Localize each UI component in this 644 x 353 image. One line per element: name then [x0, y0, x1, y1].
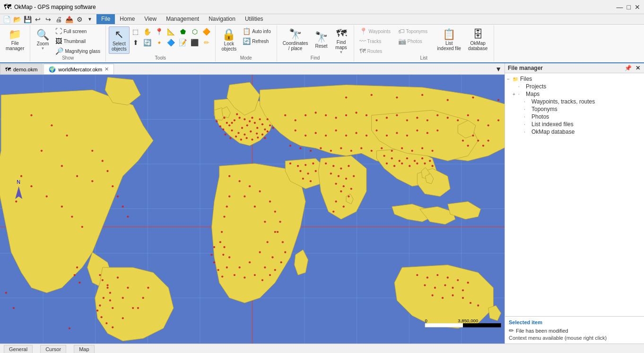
routes-btn[interactable]: 🗺 Routes	[357, 46, 395, 56]
tool-move[interactable]: ⬆	[130, 37, 141, 48]
svg-point-172	[431, 150, 433, 152]
waypoints-btn[interactable]: 📍 Waypoints	[357, 26, 395, 36]
qa-redo-btn[interactable]: ↪	[44, 15, 53, 24]
menu-file[interactable]: File	[96, 14, 115, 24]
thumbnail-btn[interactable]: 🖼 Thumbnail	[53, 36, 102, 46]
menu-utilities[interactable]: Utilities	[240, 14, 268, 24]
svg-point-260	[421, 94, 423, 96]
svg-point-109	[244, 196, 245, 198]
status-tab-general[interactable]: General	[4, 345, 33, 353]
svg-point-30	[254, 122, 256, 124]
svg-point-133	[416, 117, 418, 119]
tool-color[interactable]: 🔷	[165, 37, 177, 48]
qa-settings-btn[interactable]: ⚙	[75, 15, 84, 24]
map-svg: 0 3,850,000 N	[0, 75, 505, 344]
okmap-database-btn[interactable]: 🗄 OkMapdatabase	[465, 26, 491, 54]
tool-pan[interactable]: ✋	[142, 26, 153, 37]
svg-point-146	[325, 135, 327, 137]
maximize-btn[interactable]: □	[627, 3, 631, 11]
svg-point-59	[30, 114, 32, 116]
qa-more-btn[interactable]: ▼	[85, 15, 95, 24]
tree-item-okmap-db[interactable]: · OkMap database	[505, 128, 644, 136]
tool-edit[interactable]: 🔸	[154, 37, 165, 48]
qa-save-btn[interactable]: 💾	[23, 15, 32, 24]
svg-point-221	[452, 287, 453, 289]
close-btn[interactable]: ✕	[635, 3, 640, 11]
status-tab-map[interactable]: Map	[74, 345, 94, 353]
svg-point-206	[393, 165, 395, 167]
svg-point-58	[264, 137, 266, 139]
tool-rotate[interactable]: 🔄	[142, 37, 153, 48]
file-manager-btn[interactable]: 📁 Filemanager	[3, 26, 27, 54]
coordinates-btn[interactable]: 🔭 Coordinates/ place	[280, 26, 311, 54]
tool-text[interactable]: 📝	[177, 37, 189, 48]
menu-navigation[interactable]: Navigation	[204, 14, 240, 24]
fm-close-btn[interactable]: ✕	[635, 65, 641, 71]
svg-point-134	[426, 119, 428, 121]
menu-home[interactable]: Home	[115, 14, 139, 24]
lock-btn[interactable]: 🔒 Lockobjects	[219, 26, 240, 54]
svg-point-167	[381, 147, 383, 149]
tool-line[interactable]: 📐	[165, 26, 177, 37]
minimize-btn[interactable]: —	[617, 3, 623, 11]
svg-point-75	[91, 180, 93, 182]
find-maps-btn[interactable]: 🗺 Findmaps ▼	[332, 26, 351, 56]
tool-select2[interactable]: ⬚	[130, 26, 141, 37]
svg-point-151	[375, 129, 377, 131]
select-objects-btn[interactable]: ↖ Selectobjects	[109, 26, 130, 54]
svg-point-73	[102, 160, 104, 162]
tree-item-projects[interactable]: · Projects	[505, 83, 644, 90]
svg-point-97	[279, 221, 281, 223]
context-note: Context menu available (mouse right clic…	[509, 335, 640, 341]
menu-view[interactable]: View	[139, 14, 161, 24]
tree-item-maps[interactable]: + · Maps	[505, 90, 644, 98]
svg-point-234	[99, 304, 101, 306]
qa-print-btn[interactable]: 🖨	[54, 15, 63, 24]
world-tab-close[interactable]: ✕	[104, 66, 109, 72]
qa-open-btn[interactable]: 📂	[12, 15, 22, 24]
svg-point-102	[239, 267, 241, 268]
menu-management[interactable]: Management	[161, 14, 204, 24]
svg-point-60	[51, 124, 52, 126]
svg-point-209	[416, 163, 418, 164]
svg-point-178	[307, 172, 309, 174]
svg-point-193	[340, 190, 342, 192]
tracks-btn[interactable]: 〰 Tracks	[357, 36, 395, 46]
tree-item-files[interactable]: − 📁 Files	[505, 75, 644, 83]
tool-eraser[interactable]: ⬛	[189, 37, 200, 48]
qa-undo-btn[interactable]: ↩	[33, 15, 43, 24]
tree-item-toponyms[interactable]: · Toponyms	[505, 105, 644, 113]
svg-point-39	[269, 124, 271, 126]
refresh-btn[interactable]: 🔄 Refresh	[240, 36, 273, 46]
magnifying-glass-btn[interactable]: 🔎 Magnifying glass	[53, 46, 102, 56]
tree-item-indexed[interactable]: · List indexed files	[505, 121, 644, 128]
svg-point-124	[325, 114, 327, 116]
svg-point-89	[106, 287, 108, 289]
svg-point-37	[264, 129, 266, 130]
photos-btn[interactable]: 📷 Photos	[396, 36, 434, 46]
tool-polygon[interactable]: 🔶	[201, 26, 212, 37]
tree-item-waypoints[interactable]: · Waypoints, tracks, routes	[505, 98, 644, 105]
tool-point[interactable]: 📍	[154, 26, 165, 37]
auto-info-btn[interactable]: 📋 Auto info	[240, 26, 273, 36]
svg-point-268	[13, 307, 15, 309]
full-screen-btn[interactable]: ⛶ Full screen	[53, 26, 102, 36]
qa-export-btn[interactable]: 📤	[64, 15, 74, 24]
list-indexed-file-btn[interactable]: 📋 Listindexed file	[435, 26, 464, 54]
tool-route[interactable]: ⬟	[177, 26, 189, 37]
tool-star[interactable]: ⬡	[189, 26, 200, 37]
fm-pin-btn[interactable]: 📌	[624, 65, 633, 71]
toponyms-btn[interactable]: 🏷 Toponyms	[396, 26, 434, 36]
tool-delete[interactable]: ✏	[201, 37, 212, 48]
qa-new-btn[interactable]: 📄	[2, 15, 11, 24]
svg-point-182	[325, 163, 327, 164]
svg-rect-272	[425, 323, 463, 327]
tab-scroll-btn[interactable]: ▼	[492, 64, 505, 74]
svg-point-42	[244, 134, 245, 136]
zoom-btn[interactable]: 🔍 Zoom ▼	[33, 26, 52, 54]
svg-point-66	[30, 185, 32, 187]
reset-btn[interactable]: 🔭 Reset	[312, 26, 331, 54]
svg-point-196	[343, 206, 345, 207]
status-tab-cursor[interactable]: Cursor	[40, 345, 66, 353]
tree-item-photos[interactable]: · Photos	[505, 113, 644, 121]
